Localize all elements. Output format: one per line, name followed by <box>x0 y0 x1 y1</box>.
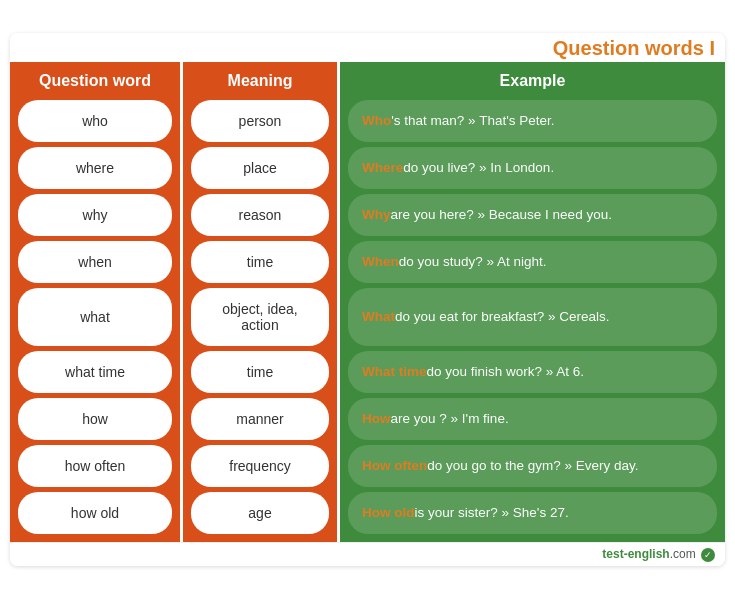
footer: test-english.com ✓ <box>10 542 725 566</box>
brand-suffix: .com <box>670 547 696 561</box>
example-highlight: How often <box>362 458 427 473</box>
meaning-cell: age <box>191 492 329 534</box>
meaning-cell: place <box>191 147 329 189</box>
meaning-rows: personplacereasontimeobject, idea, actio… <box>191 100 329 534</box>
question-word-cell: how <box>18 398 172 440</box>
col-header-question: Question word <box>18 62 172 100</box>
question-word-rows: whowherewhywhenwhatwhat timehowhow often… <box>18 100 172 534</box>
question-word-cell: who <box>18 100 172 142</box>
question-word-cell: why <box>18 194 172 236</box>
question-word-cell: how often <box>18 445 172 487</box>
example-highlight: Why <box>362 207 391 222</box>
column-example: Example Who's that man? » That's Peter.W… <box>340 62 725 542</box>
example-highlight: How old <box>362 505 415 520</box>
meaning-cell: manner <box>191 398 329 440</box>
column-question-word: Question word whowherewhywhenwhatwhat ti… <box>10 62 180 542</box>
meaning-cell: time <box>191 351 329 393</box>
example-cell: How often do you go to the gym? » Every … <box>348 445 717 487</box>
check-icon: ✓ <box>701 548 715 562</box>
page-title: Question words I <box>553 37 715 60</box>
example-highlight: How <box>362 411 391 426</box>
example-highlight: What time <box>362 364 427 379</box>
example-cell: What do you eat for breakfast? » Cereals… <box>348 288 717 346</box>
meaning-cell: frequency <box>191 445 329 487</box>
example-cell: Where do you live? » In London. <box>348 147 717 189</box>
question-word-cell: when <box>18 241 172 283</box>
column-meaning: Meaning personplacereasontimeobject, ide… <box>180 62 340 542</box>
example-cell: Who's that man? » That's Peter. <box>348 100 717 142</box>
example-cell: Why are you here? » Because I need you. <box>348 194 717 236</box>
main-container: Question words I Question word whowherew… <box>10 33 725 566</box>
example-rows: Who's that man? » That's Peter.Where do … <box>348 100 717 534</box>
brand-name: test-english <box>602 547 669 561</box>
question-word-cell: what time <box>18 351 172 393</box>
example-highlight: Who <box>362 113 391 128</box>
example-cell: When do you study? » At night. <box>348 241 717 283</box>
question-word-cell: how old <box>18 492 172 534</box>
col-header-meaning: Meaning <box>191 62 329 100</box>
question-word-cell: what <box>18 288 172 346</box>
title-bar: Question words I <box>10 33 725 62</box>
example-highlight: When <box>362 254 399 269</box>
example-cell: What time do you finish work? » At 6. <box>348 351 717 393</box>
example-cell: How old is your sister? » She's 27. <box>348 492 717 534</box>
example-highlight: What <box>362 309 395 324</box>
example-highlight: Where <box>362 160 403 175</box>
meaning-cell: object, idea, action <box>191 288 329 346</box>
col-header-example: Example <box>348 62 717 100</box>
meaning-cell: reason <box>191 194 329 236</box>
question-word-cell: where <box>18 147 172 189</box>
meaning-cell: time <box>191 241 329 283</box>
example-cell: How are you ? » I'm fine. <box>348 398 717 440</box>
table-wrapper: Question word whowherewhywhenwhatwhat ti… <box>10 62 725 542</box>
meaning-cell: person <box>191 100 329 142</box>
